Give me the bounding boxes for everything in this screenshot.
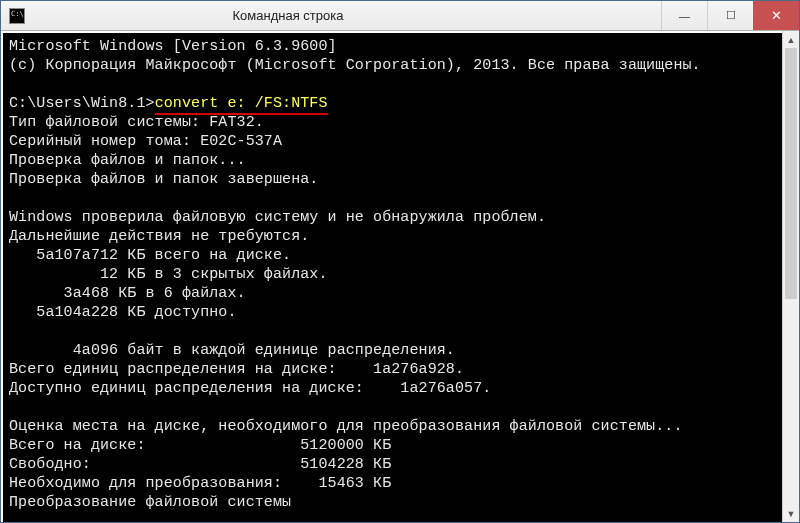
line-checking: Проверка файлов и папок... [9,152,246,169]
titlebar[interactable]: Командная строка — ☐ ✕ [1,1,799,31]
line-avail-kb: 5а104а228 КБ доступно. [9,304,237,321]
line-hidden-kb: 12 КБ в 3 скрытых файлах. [9,266,328,283]
line-disk-free: Свободно: 5104228 КБ [9,456,391,473]
line-noproblems: Windows проверила файловую систему и не … [9,209,546,226]
line-alloc-avail: Доступно единиц распределения на диске: … [9,380,491,397]
line-prompt: C:\Users\Win8.1>convert e: /FS:NTFS [9,95,328,115]
command-prompt-window: Командная строка — ☐ ✕ Microsoft Windows… [0,0,800,523]
line-alloc-total: Всего единиц распределения на диске: 1а2… [9,361,464,378]
line-estimate: Оценка места на диске, необходимого для … [9,418,683,435]
line-total-kb: 5а107а712 КБ всего на диске. [9,247,291,264]
scroll-down-button[interactable]: ▼ [783,505,799,522]
line-converting: Преобразование файловой системы [9,494,291,511]
line-version: Microsoft Windows [Version 6.3.9600] [9,38,337,55]
entered-command: convert e: /FS:NTFS [155,95,328,115]
scroll-thumb[interactable] [785,48,797,299]
terminal-area: Microsoft Windows [Version 6.3.9600] (с)… [1,31,799,522]
line-disk-total: Всего на диске: 5120000 КБ [9,437,391,454]
maximize-button[interactable]: ☐ [707,1,753,30]
line-disk-needed: Необходимо для преобразования: 15463 КБ [9,475,391,492]
terminal-output[interactable]: Microsoft Windows [Version 6.3.9600] (с)… [3,33,782,522]
cmd-icon [9,8,25,24]
minimize-button[interactable]: — [661,1,707,30]
line-vol-serial: Серийный номер тома: E02C-537A [9,133,282,150]
line-infiles-kb: 3а468 КБ в 6 файлах. [9,285,246,302]
window-title: Командная строка [0,8,661,23]
line-copyright: (с) Корпорация Майкрософт (Microsoft Cor… [9,57,701,74]
prompt-path: C:\Users\Win8.1> [9,95,155,112]
scroll-track[interactable] [783,48,799,505]
line-noaction: Дальнейшие действия не требуются. [9,228,309,245]
line-checking-done: Проверка файлов и папок завершена. [9,171,318,188]
scroll-up-button[interactable]: ▲ [783,31,799,48]
window-controls: — ☐ ✕ [661,1,799,30]
vertical-scrollbar[interactable]: ▲ ▼ [782,31,799,522]
line-alloc-unit: 4а096 байт в каждой единице распределени… [9,342,455,359]
line-fs-type: Тип файловой системы: FAT32. [9,114,264,131]
close-button[interactable]: ✕ [753,1,799,30]
